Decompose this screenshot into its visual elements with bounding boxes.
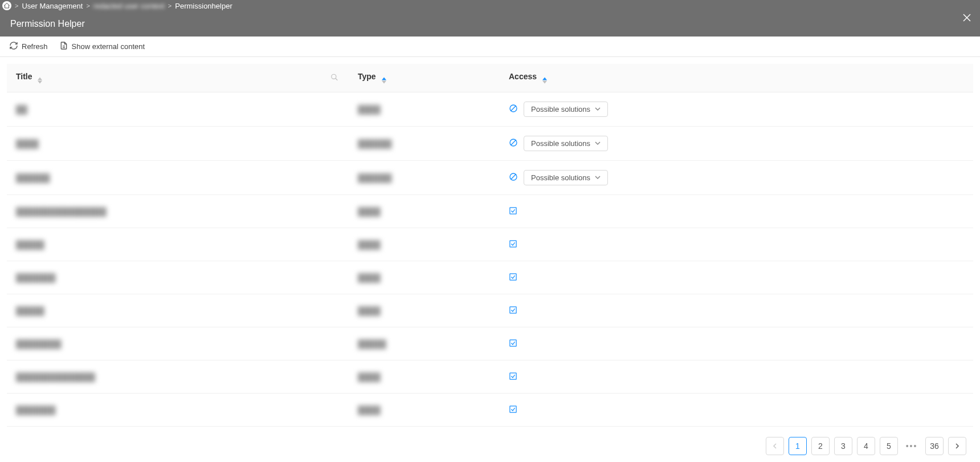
sort-icon[interactable] (382, 77, 386, 84)
table-row: █████████████ (7, 327, 973, 360)
title-cell: ██████ (7, 161, 349, 195)
title-cell: █████ (7, 294, 349, 327)
access-denied-icon (509, 104, 518, 115)
access-allowed-icon (509, 405, 517, 415)
access-allowed-icon (509, 206, 517, 217)
refresh-label: Refresh (22, 42, 48, 51)
access-cell (500, 394, 973, 427)
breadcrumb: > User Management > redacted user contex… (5, 0, 975, 11)
page-title: Permission Helper (10, 19, 85, 29)
title-cell: ██████████████ (7, 360, 349, 394)
access-denied-icon (509, 138, 518, 149)
close-button[interactable] (962, 13, 972, 23)
access-allowed-icon (509, 240, 517, 250)
pagination-page-4[interactable]: 4 (857, 437, 875, 455)
table-row: █████████ (7, 294, 973, 327)
type-cell: ████ (349, 92, 500, 127)
table-row: █████████ (7, 228, 973, 261)
breadcrumb-item-user-management[interactable]: User Management (22, 2, 83, 10)
svg-marker-3 (38, 81, 42, 84)
svg-marker-7 (382, 81, 386, 84)
table-row: ████████████████████ (7, 195, 973, 228)
chevron-down-icon (595, 105, 601, 114)
svg-rect-22 (510, 406, 516, 412)
permission-table: Title Type Ac (7, 64, 973, 427)
show-external-content-button[interactable]: Show external content (59, 41, 145, 52)
svg-rect-17 (510, 240, 516, 246)
title-cell: ███████ (7, 261, 349, 294)
sort-icon[interactable] (38, 77, 42, 84)
top-bar: > User Management > redacted user contex… (0, 0, 980, 37)
access-allowed-icon (509, 372, 517, 382)
type-cell: ██████ (349, 161, 500, 195)
type-cell: ████ (349, 294, 500, 327)
home-icon[interactable] (2, 1, 11, 10)
document-icon (59, 41, 68, 52)
access-cell (500, 261, 973, 294)
type-cell: ████ (349, 394, 500, 427)
pagination-page-1[interactable]: 1 (789, 437, 807, 455)
type-cell: ████ (349, 360, 500, 394)
access-cell (500, 294, 973, 327)
possible-solutions-button[interactable]: Possible solutions (524, 136, 608, 151)
possible-solutions-label: Possible solutions (531, 139, 590, 148)
pagination-next[interactable] (948, 437, 966, 455)
access-cell (500, 327, 973, 360)
chevron-down-icon (595, 173, 601, 182)
refresh-icon (9, 41, 18, 52)
title-cell: █████ (7, 228, 349, 261)
svg-marker-9 (542, 81, 547, 84)
svg-marker-8 (542, 78, 547, 80)
svg-rect-21 (510, 372, 516, 379)
breadcrumb-item-redacted[interactable]: redacted user context (93, 2, 165, 10)
possible-solutions-label: Possible solutions (531, 173, 590, 182)
access-cell (500, 360, 973, 394)
pagination-page-5[interactable]: 5 (880, 437, 898, 455)
svg-rect-18 (510, 273, 516, 279)
svg-line-5 (336, 78, 338, 80)
access-denied-icon (509, 172, 518, 183)
column-header-type[interactable]: Type (349, 64, 500, 92)
table-row: ██████████Possible solutions (7, 127, 973, 161)
svg-rect-20 (510, 339, 516, 346)
pagination: 12345 ••• 36 (7, 427, 973, 455)
svg-point-4 (332, 74, 336, 79)
type-cell: ████ (349, 228, 500, 261)
pagination-ellipsis[interactable]: ••• (903, 437, 921, 455)
access-cell (500, 228, 973, 261)
column-header-access[interactable]: Access (500, 64, 973, 92)
breadcrumb-separator: > (15, 2, 18, 9)
title-cell: ████ (7, 127, 349, 161)
table-container: Title Type Ac (0, 64, 980, 455)
svg-line-15 (511, 174, 516, 179)
sort-icon[interactable] (542, 77, 547, 84)
column-header-type-label: Type (358, 72, 376, 81)
table-row: ██████Possible solutions (7, 92, 973, 127)
breadcrumb-separator: > (86, 2, 89, 9)
possible-solutions-button[interactable]: Possible solutions (524, 170, 608, 185)
svg-rect-16 (510, 207, 516, 213)
access-allowed-icon (509, 306, 517, 316)
show-external-content-label: Show external content (72, 42, 145, 51)
column-header-title-label: Title (16, 72, 32, 81)
type-cell: ████ (349, 261, 500, 294)
type-cell: ██████ (349, 127, 500, 161)
search-icon[interactable] (330, 73, 338, 83)
possible-solutions-label: Possible solutions (531, 105, 590, 114)
breadcrumb-item-permissionhelper[interactable]: Permissionhelper (175, 2, 232, 10)
possible-solutions-button[interactable]: Possible solutions (524, 102, 608, 117)
pagination-page-3[interactable]: 3 (834, 437, 852, 455)
svg-line-13 (511, 140, 516, 145)
pagination-page-2[interactable]: 2 (811, 437, 830, 455)
breadcrumb-separator: > (168, 2, 172, 9)
access-cell: Possible solutions (500, 92, 973, 127)
pagination-last-page[interactable]: 36 (925, 437, 944, 455)
title-cell: ████████████████ (7, 195, 349, 228)
refresh-button[interactable]: Refresh (9, 41, 48, 52)
column-header-title[interactable]: Title (7, 64, 349, 92)
access-cell: Possible solutions (500, 161, 973, 195)
table-row: ███████████ (7, 394, 973, 427)
pagination-prev[interactable] (766, 437, 784, 455)
column-header-access-label: Access (509, 72, 537, 81)
toolbar: Refresh Show external content (0, 37, 980, 57)
